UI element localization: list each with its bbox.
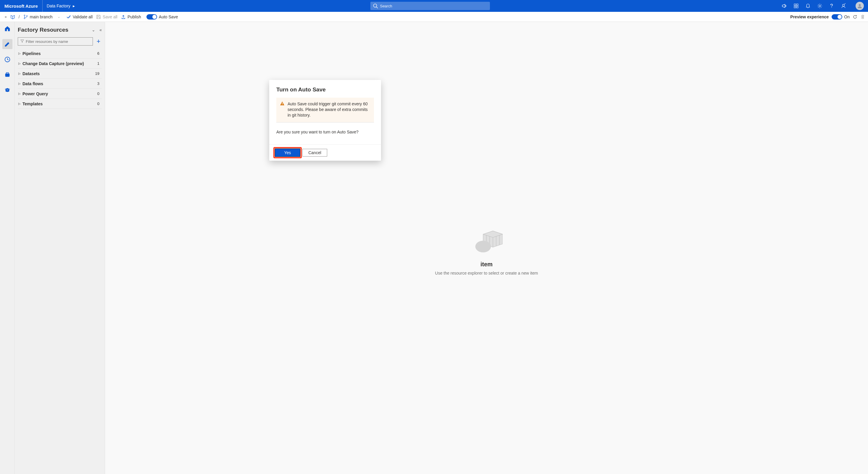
breadcrumb[interactable]: Data Factory ▸ [42,4,79,8]
dialog-question: Are you sure you want to turn on Auto Sa… [276,130,374,134]
dialog-warning: Auto Save could trigger git commit every… [276,98,374,123]
megaphone-icon[interactable] [782,3,787,8]
resource-list: ▷Pipelines6 ▷Change Data Capture (previe… [18,49,102,109]
bell-icon[interactable] [805,3,811,8]
git-branch-icon [23,14,28,19]
rail-home[interactable] [2,24,12,34]
save-all-label: Save all [103,14,118,19]
resource-row-pipelines[interactable]: ▷Pipelines6 [18,49,102,59]
publish-button[interactable]: Publish [121,14,141,19]
chevron-right-icon: ▸ [73,4,75,8]
resource-row-dataflows[interactable]: ▷Data flows3 [18,79,102,89]
chevron-right-icon: ▷ [18,102,23,105]
validate-all-label: Validate all [73,14,93,19]
toggle-switch-icon [832,14,842,20]
resource-row-cdc[interactable]: ▷Change Data Capture (preview)1 [18,59,102,69]
repo-icon [10,14,15,19]
svg-rect-19 [282,103,282,104]
chevron-right-icon: ▷ [18,82,23,85]
chevron-down-icon: ⌵ [55,15,60,18]
resource-count: 1 [97,61,101,66]
svg-rect-2 [794,4,796,6]
rail-author[interactable] [2,39,12,49]
resource-count: 6 [97,51,101,56]
collapse-panel-icon[interactable]: « [99,28,102,32]
resource-count: 0 [97,101,101,106]
resource-label: Pipelines [23,51,97,56]
empty-subtitle: Use the resource explorer to select or c… [435,271,538,276]
resource-label: Power Query [23,91,97,96]
resources-panel: Factory Resources ⌄ « + ▷Pipelines6 ▷Cha… [15,22,105,474]
svg-rect-13 [5,73,9,76]
svg-point-8 [859,4,861,6]
dialog-warning-text: Auto Save could trigger git commit every… [287,101,370,118]
resource-label: Datasets [23,71,95,76]
add-resource-button[interactable]: + [95,39,102,44]
warning-triangle-icon [280,101,285,118]
feedback-icon[interactable] [841,3,846,8]
resource-row-datasets[interactable]: ▷Datasets19 [18,69,102,79]
global-search[interactable] [370,2,490,10]
help-icon[interactable] [829,3,834,8]
preview-state: On [844,14,850,19]
checkmark-icon [66,14,71,19]
chevron-right-icon: ▷ [18,72,23,75]
svg-point-11 [26,15,28,17]
svg-point-6 [819,5,821,7]
filter-input-wrapper[interactable] [18,37,93,45]
directory-icon[interactable] [794,3,799,8]
svg-point-10 [24,18,25,19]
autosave-label: Auto Save [159,14,178,19]
autosave-toggle[interactable]: Auto Save [147,14,178,20]
branch-name: main branch [30,14,53,19]
autosave-confirm-dialog: Turn on Auto Save Auto Save could trigge… [269,80,381,161]
svg-rect-20 [282,104,282,105]
canvas: item Use the resource explorer to select… [105,22,868,474]
resource-row-templates[interactable]: ▷Templates0 [18,99,102,109]
chevron-right-icon: ▷ [18,62,23,65]
left-rail [0,22,15,474]
branch-selector[interactable]: main branch ⌵ [23,14,60,19]
resource-count: 0 [97,91,101,96]
collapse-double-icon[interactable]: ⌄ [92,28,95,32]
azure-global-header: Microsoft Azure Data Factory ▸ [0,0,868,12]
svg-rect-3 [797,4,798,6]
preview-label: Preview experience [790,14,829,19]
chevron-right-icon: ▷ [18,52,23,55]
resource-label: Templates [23,101,97,106]
empty-graphic-icon [470,224,503,257]
breadcrumb-slash: / [19,14,20,19]
azure-brand[interactable]: Microsoft Azure [0,0,42,12]
dialog-footer: Yes Cancel [269,145,381,161]
save-icon [96,14,101,19]
dialog-title: Turn on Auto Save [276,86,374,93]
svg-rect-4 [794,6,796,8]
gear-icon[interactable] [817,3,823,8]
rail-learn[interactable] [2,85,12,95]
repo-icon-button[interactable] [10,14,15,19]
upload-icon [121,14,126,19]
empty-title: item [435,261,538,268]
svg-line-1 [377,7,378,8]
expand-rail-icon[interactable]: » [3,15,7,19]
svg-point-7 [842,4,845,6]
preview-toggle[interactable]: On [832,14,850,20]
filter-input[interactable] [26,39,90,44]
resource-label: Data flows [23,82,97,86]
resource-count: 19 [95,71,101,76]
refresh-icon[interactable] [852,14,857,19]
yes-button[interactable]: Yes [275,149,300,157]
cancel-button[interactable]: Cancel [302,149,327,157]
global-search-input[interactable] [380,4,488,8]
validate-all-button[interactable]: Validate all [66,14,93,19]
toggle-switch-icon [147,14,157,20]
save-all-button[interactable]: Save all [96,14,118,19]
empty-state: item Use the resource explorer to select… [435,224,538,276]
rail-monitor[interactable] [2,55,12,64]
trash-icon[interactable] [860,14,865,19]
chevron-right-icon: ▷ [18,92,23,95]
command-bar: » / main branch ⌵ Validate all Save all … [0,12,868,22]
avatar[interactable] [856,2,864,10]
rail-manage[interactable] [2,70,12,80]
resource-row-powerquery[interactable]: ▷Power Query0 [18,89,102,99]
